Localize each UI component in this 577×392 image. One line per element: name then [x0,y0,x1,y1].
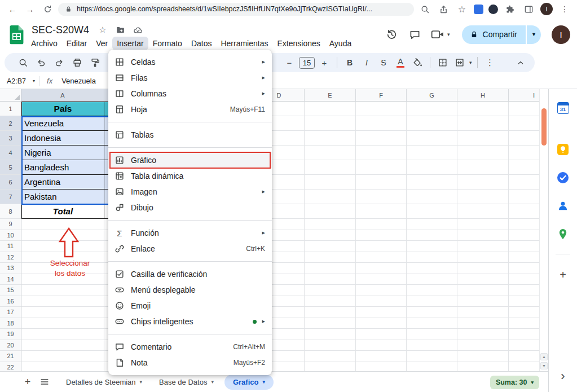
cell-i9[interactable] [509,219,539,230]
redo-icon[interactable] [52,55,67,70]
row-header-7[interactable]: 7 [0,190,21,204]
share-page-icon[interactable] [437,2,450,16]
column-header-e[interactable]: E [305,89,356,102]
cell-a20[interactable] [21,340,104,351]
cell-g21[interactable] [407,351,457,362]
cell-a19[interactable] [21,329,104,340]
cell-e7[interactable] [305,190,356,204]
cell-a15[interactable] [21,285,104,296]
cell-i5[interactable] [509,160,539,175]
insert-menu-item-tablas[interactable]: Tablas [108,127,272,143]
cell-h5[interactable] [457,160,509,175]
cell-e5[interactable] [305,160,356,175]
row-header-2[interactable]: 2 [0,116,21,131]
cell-h2[interactable] [457,116,509,131]
sum-badge[interactable]: Suma: 30 ▾ [490,376,539,389]
cell-g9[interactable] [407,219,457,230]
cell-f3[interactable] [356,131,407,146]
insert-menu-item-imagen[interactable]: Imagen▶ [108,184,272,200]
cloud-status-icon[interactable] [133,25,143,35]
formula-content[interactable]: Venezuela [61,77,96,85]
cell-a1[interactable]: País [21,102,104,116]
insert-menu-item-menu-desplegable[interactable]: Menú desplegable [108,282,272,298]
cell-i15[interactable] [509,285,539,296]
insert-menu-item-comentario[interactable]: ComentarioCtrl+Alt+M [108,339,272,355]
cell-f17[interactable] [356,307,407,318]
cell-g2[interactable] [407,116,457,131]
cell-f9[interactable] [356,219,407,230]
cell-g12[interactable] [407,252,457,263]
cell-f20[interactable] [356,340,407,351]
contacts-icon[interactable] [556,199,570,213]
menu-extensiones[interactable]: Extensiones [272,37,324,50]
row-header-21[interactable]: 21 [0,351,21,362]
cell-i4[interactable] [509,146,539,160]
cell-f6[interactable] [356,175,407,190]
cell-f10[interactable] [356,230,407,241]
strikethrough-button[interactable]: S [376,55,391,70]
italic-button[interactable]: I [359,55,374,70]
cell-e22[interactable] [305,362,356,372]
document-title[interactable]: SEC-S20W4 [32,24,89,36]
cell-f15[interactable] [356,285,407,296]
browser-profile-avatar[interactable]: I [540,3,553,15]
increase-font-icon[interactable]: + [317,55,332,70]
cell-g6[interactable] [407,175,457,190]
share-button[interactable]: Compartir ▼ [462,25,541,44]
borders-icon[interactable] [435,55,450,70]
insert-menu-item-funcion[interactable]: ΣFunción▶ [108,225,272,241]
insert-menu-item-nota[interactable]: NotaMayús+F2 [108,355,272,371]
cell-a3[interactable]: Indonesia [21,131,104,146]
column-header-a[interactable]: A [21,89,104,102]
insert-menu-item-hoja[interactable]: HojaMayús+F11 [108,102,272,117]
cell-i20[interactable] [509,340,539,351]
column-header-g[interactable]: G [407,89,457,102]
cell-a6[interactable]: Argentina [21,175,104,190]
merge-dropdown-icon[interactable]: ▾ [469,60,472,65]
insert-menu-item-dibujo[interactable]: Dibujo [108,200,272,215]
cell-e2[interactable] [305,116,356,131]
cell-h10[interactable] [457,230,509,241]
cell-e3[interactable] [305,131,356,146]
menu-archivo[interactable]: Archivo [27,37,62,50]
row-header-13[interactable]: 13 [0,263,21,274]
cell-f12[interactable] [356,252,407,263]
name-box[interactable]: A2:B7 [0,77,33,85]
cell-h1[interactable] [457,102,509,116]
hide-menus-icon[interactable] [513,55,528,70]
cell-f13[interactable] [356,263,407,274]
text-color-button[interactable]: A [393,55,408,70]
cell-g16[interactable] [407,296,457,307]
cell-e18[interactable] [305,318,356,329]
insert-menu-item-filas[interactable]: Filas▶ [108,70,272,86]
name-box-caret-icon[interactable]: ▾ [33,78,35,83]
paint-format-icon[interactable] [88,55,103,70]
tasks-icon[interactable] [556,170,570,185]
cell-g5[interactable] [407,160,457,175]
add-addon-icon[interactable]: + [556,267,570,282]
cell-g14[interactable] [407,274,457,285]
cell-g22[interactable] [407,362,457,372]
more-toolbar-icon[interactable]: ⋮ [483,55,497,70]
cell-i10[interactable] [509,230,539,241]
cell-g10[interactable] [407,230,457,241]
all-sheets-icon[interactable] [36,373,53,390]
row-header-9[interactable]: 9 [0,219,21,230]
cell-h8[interactable] [457,204,509,219]
cell-g19[interactable] [407,329,457,340]
row-header-20[interactable]: 20 [0,340,21,351]
cell-f1[interactable] [356,102,407,116]
cell-e10[interactable] [305,230,356,241]
share-dropdown-icon[interactable]: ▼ [527,25,541,44]
keep-icon[interactable] [556,142,570,157]
cell-e13[interactable] [305,263,356,274]
row-header-14[interactable]: 14 [0,274,21,285]
cell-f2[interactable] [356,116,407,131]
cell-h19[interactable] [457,329,509,340]
cell-e11[interactable] [305,241,356,252]
cell-e19[interactable] [305,329,356,340]
move-folder-icon[interactable] [115,25,125,35]
menu-editar[interactable]: Editar [62,37,92,50]
cell-g8[interactable] [407,204,457,219]
cell-f4[interactable] [356,146,407,160]
